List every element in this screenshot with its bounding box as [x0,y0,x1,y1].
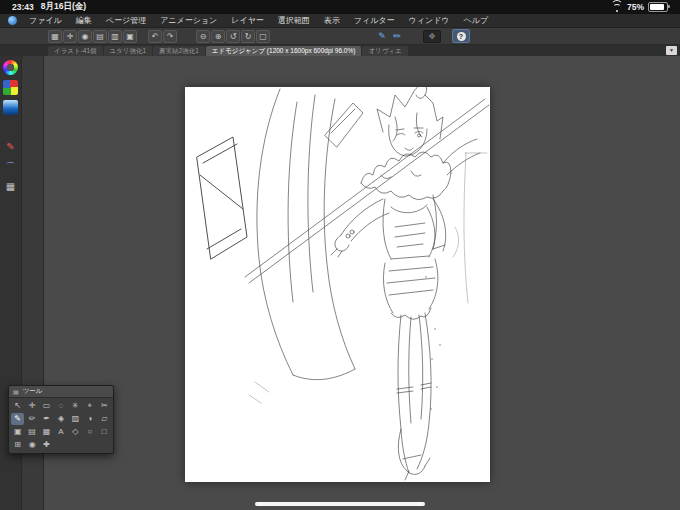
help-glyph: ? [457,32,466,41]
toolbar: ▦ ✛ ◉ ▤ ▥ ▣ ↶ ↷ ⊖ ⊕ ↺ ↻ ▢ ✎ ✏ ✥ ? [0,28,680,45]
date: 8月16日(金) [41,1,86,13]
marquee-tool-icon[interactable]: ▭ [40,400,53,412]
clock: 23:43 [12,2,34,12]
menu-page-management[interactable]: ページ管理 [99,15,153,26]
menu-layer[interactable]: レイヤー [224,15,271,26]
fit-screen-icon[interactable]: ▢ [256,30,270,43]
tab-overflow-dropdown[interactable]: ▼ [666,46,677,55]
rotate-cw-icon[interactable]: ↻ [241,30,255,43]
red-pen-icon[interactable]: ✎ [3,139,18,154]
eyedropper-tool-icon[interactable]: ⌖ [83,400,96,412]
brush-icon[interactable]: ✏ [390,30,404,43]
move-page-icon[interactable]: ✛ [63,30,77,43]
pen-tool-icon[interactable]: ✎ [11,413,24,425]
color-set-icon[interactable] [3,80,18,95]
inkpen-tool-icon[interactable]: ✒ [40,413,53,425]
tool-grid: ↖ ✛ ▭ ◌ ✳ ⌖ ✂ ✎ ✏ ✒ ◈ ▨ ◑ ▱ ▣ ▤ ▦ A ◇ ○ [9,398,113,453]
zoom-out-icon[interactable]: ⊖ [196,30,210,43]
text-tool-icon[interactable]: A [54,426,67,438]
workspace: ✎ ⌒ ▦ [0,56,680,510]
ellipse-tool-icon[interactable]: ○ [83,426,96,438]
lasso-tool-icon[interactable]: ◌ [54,400,67,412]
hand-tool-icon[interactable]: ✥ [423,30,441,43]
drawing-canvas[interactable] [185,87,490,482]
home-indicator[interactable] [255,502,425,506]
frame-tool-icon[interactable]: ⊞ [11,439,24,451]
menu-edit[interactable]: 編集 [69,15,99,26]
pencil-tool-icon[interactable]: ✏ [25,413,38,425]
pattern-tool-icon[interactable]: ▦ [40,426,53,438]
menu-file[interactable]: ファイル [22,15,69,26]
tab-bar: イラスト-41個 ユタリ強化1 裏実結2強化1 エドモジジャンプ (1200 x… [0,45,680,56]
rotate-ccw-icon[interactable]: ↺ [226,30,240,43]
fill-tool-icon[interactable]: ▣ [11,426,24,438]
figure-tool-icon[interactable]: ◉ [25,439,38,451]
document-tab[interactable]: 裏実結2強化1 [153,46,205,56]
battery-icon [648,2,668,12]
redo-icon[interactable]: ↷ [163,30,177,43]
menu-animation[interactable]: アニメーション [153,15,224,26]
rect-tool-icon[interactable]: □ [98,426,111,438]
undo-icon[interactable]: ↶ [148,30,162,43]
canvas-area [44,56,680,510]
menu-window[interactable]: ウィンドウ [402,15,457,26]
document-tab[interactable]: イラスト-41個 [48,46,103,56]
battery-percent: 75% [627,2,644,12]
menu-selection[interactable]: 選択範囲 [271,15,317,26]
menu-filter[interactable]: フィルター [347,15,402,26]
pen-icon[interactable]: ✎ [375,30,389,43]
palette-title: ツール [23,387,43,396]
select-grid-icon[interactable]: ▦ [48,30,62,43]
document-tab[interactable]: オリヴィエ [362,46,407,56]
menu-help[interactable]: ヘルプ [457,15,496,26]
menu-bar: ファイル 編集 ページ管理 アニメーション レイヤー 選択範囲 表示 フィルター… [0,14,680,28]
sketch-drawing [185,87,490,482]
document-tab-active[interactable]: エドモジジャンプ (1200 x 1600px 600dpi 96.0%) [206,46,362,56]
wifi-icon [612,3,623,12]
wand-tool-icon[interactable]: ✳ [69,400,82,412]
eye-icon[interactable]: ◉ [78,30,92,43]
zoom-in-icon[interactable]: ⊕ [211,30,225,43]
decoration-tool-icon[interactable]: ◈ [54,413,67,425]
tool-palette-header[interactable]: ▤ ツール [9,386,113,398]
layers-icon[interactable]: ▤ [93,30,107,43]
airbrush-icon[interactable]: ⌒ [3,159,18,174]
eraser-tool-icon[interactable]: ▱ [98,413,111,425]
shape-tool-icon[interactable]: ◇ [69,426,82,438]
scissors-tool-icon[interactable]: ✂ [98,400,111,412]
panel-icon[interactable]: ▥ [108,30,122,43]
gradient-swatch-icon[interactable] [3,100,18,115]
menu-view[interactable]: 表示 [317,15,347,26]
move-tool-icon[interactable]: ✛ [25,400,38,412]
color-wheel-icon[interactable] [3,60,18,75]
app-window: 23:43 8月16日(金) 75% ファイル 編集 ページ管理 アニメーション… [0,0,680,510]
gradient-tool-icon[interactable]: ▤ [25,426,38,438]
correction-tool-icon[interactable]: ✚ [40,439,53,451]
hatching-tool-icon[interactable]: ▨ [69,413,82,425]
document-tab[interactable]: ユタリ強化1 [104,46,153,56]
tool-palette: ▤ ツール ↖ ✛ ▭ ◌ ✳ ⌖ ✂ ✎ ✏ ✒ ◈ ▨ ◑ ▱ ▣ ▤ ▦ [8,385,114,454]
blend-tool-icon[interactable]: ◑ [83,413,96,425]
pattern-icon[interactable]: ▦ [3,179,18,194]
app-logo-icon[interactable] [8,16,17,25]
help-icon[interactable]: ? [452,29,470,43]
palette-menu-icon[interactable]: ▤ [13,388,19,395]
status-bar: 23:43 8月16日(金) 75% [0,0,680,14]
clipboard-icon[interactable]: ▣ [123,30,137,43]
select-tool-icon[interactable]: ↖ [11,400,24,412]
